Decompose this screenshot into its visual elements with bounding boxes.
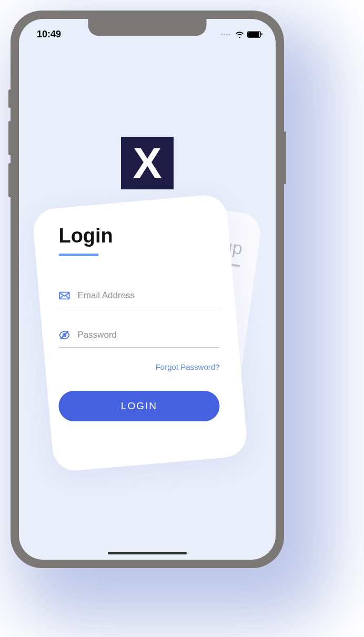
password-field-row — [58, 323, 219, 348]
login-button[interactable]: LOGIN — [58, 391, 219, 421]
home-indicator[interactable] — [108, 552, 187, 554]
side-button — [8, 89, 11, 108]
auth-cards: Sign up Login — [19, 210, 276, 473]
cellular-dots-icon — [221, 34, 230, 35]
phone-frame: 10:49 X — [11, 11, 284, 568]
phone-notch — [88, 19, 207, 36]
side-button — [284, 132, 286, 184]
logo-letter: X — [133, 141, 162, 185]
mail-icon — [58, 290, 70, 301]
login-underline — [58, 254, 98, 256]
status-icons — [221, 31, 261, 38]
login-form: Forgot Password? LOGIN — [58, 284, 219, 421]
phone-screen: 10:49 X — [19, 19, 276, 560]
eye-off-icon[interactable] — [58, 329, 70, 341]
email-input[interactable] — [77, 290, 219, 301]
forgot-password-row: Forgot Password? — [58, 362, 219, 372]
side-button — [8, 163, 11, 197]
password-input[interactable] — [77, 330, 219, 340]
battery-icon — [247, 31, 261, 38]
app-logo: X — [121, 137, 174, 189]
email-field-row — [58, 284, 219, 308]
status-time: 10:49 — [37, 29, 61, 40]
side-button — [8, 121, 11, 155]
phone-mockup: 10:49 X — [11, 11, 284, 568]
wifi-icon — [235, 31, 244, 38]
forgot-password-link[interactable]: Forgot Password? — [156, 362, 220, 371]
tab-login[interactable]: Login — [32, 194, 248, 472]
login-tab-label: Login — [58, 225, 219, 247]
